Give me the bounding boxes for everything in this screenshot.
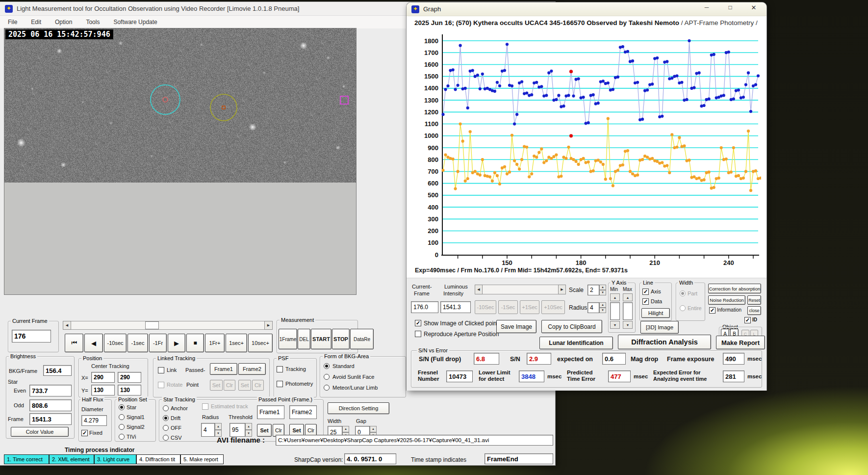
position-y-center[interactable]: 130 (91, 385, 115, 396)
passed-frame2-input[interactable]: Frame2 (289, 405, 317, 419)
passed-set1-button[interactable]: Set (257, 424, 272, 437)
timing-step-1[interactable]: 1. Time correct (4, 454, 49, 464)
frame-scrollbar-thumb[interactable] (145, 321, 159, 329)
threshold-up-icon[interactable]: ▲ (245, 423, 252, 430)
track-anchor-radio[interactable] (163, 405, 169, 411)
linked-set2-button[interactable]: Set (238, 380, 251, 391)
bkg-meteor-radio[interactable] (324, 385, 330, 391)
line-data-checkbox[interactable] (642, 298, 649, 305)
measure-stop-button[interactable]: STOP (332, 329, 350, 349)
menu-option[interactable]: Option (51, 17, 76, 27)
save-image-button[interactable]: Save Image (496, 320, 536, 333)
color-value-button[interactable]: Color Value (11, 427, 69, 437)
passed-frame1-input[interactable]: Frame1 (257, 405, 284, 419)
copy-clipboard-button[interactable]: Copy to ClipBoard (541, 320, 602, 333)
frame-scrollbar[interactable] (63, 321, 273, 330)
link-checkbox[interactable] (158, 367, 164, 373)
track-radius-spinner[interactable]: ▲ ▼ (215, 423, 222, 437)
ymin-up-button[interactable]: ▲ (610, 293, 620, 301)
width-up-icon[interactable]: ▲ (342, 426, 349, 432)
image-3d-button[interactable]: [3D] Image (640, 321, 679, 334)
posset-tivi-radio[interactable] (119, 434, 125, 440)
posset-signal2-radio[interactable] (119, 424, 125, 430)
ymax-up-button[interactable]: ▲ (623, 293, 633, 301)
minus-10sec-button[interactable]: -10sec (104, 334, 127, 352)
linked-frame2-button[interactable]: Frame2 (238, 363, 266, 375)
bkg-standard-radio[interactable] (324, 363, 330, 369)
menu-tools[interactable]: Tools (82, 17, 103, 27)
timing-step-4[interactable]: 4. Diffraction tit (136, 454, 180, 464)
menu-file[interactable]: File (4, 17, 21, 27)
graph-scrollbar-left[interactable]: ◀ (475, 285, 483, 294)
gc-current-frame-input[interactable]: 176.0 (411, 301, 438, 313)
graph-minimize-button[interactable]: ─ (699, 4, 715, 15)
lunar-identification-button[interactable]: Lunar Identification (539, 337, 613, 349)
graph-scrollbar[interactable] (475, 285, 566, 294)
direction-setting-button[interactable]: Direction Setting (328, 402, 389, 414)
video-frame-canvas[interactable] (4, 28, 356, 183)
video-display[interactable]: 2025 06 16 15:42:57:946 (4, 28, 357, 295)
gc-minus-10sec-button[interactable]: -10Sec (475, 300, 496, 314)
gc-radius-spinner[interactable]: ▲ ▼ (599, 302, 606, 313)
bkg-avoid-sunlit-radio[interactable] (324, 374, 330, 380)
position-y-tracking[interactable]: 130 (118, 385, 141, 396)
track-threshold-input[interactable]: 95 (230, 423, 245, 437)
position-x-tracking[interactable]: 290 (118, 372, 141, 383)
frame-scrollbar-right-arrow[interactable]: ▶ (264, 321, 273, 330)
measure-dataread-button[interactable]: DataRe (350, 329, 374, 349)
psf-tracking-checkbox[interactable] (277, 366, 283, 372)
stop-playback-button[interactable]: ■ (186, 334, 204, 352)
plus-1frame-button[interactable]: 1Fr+ (205, 334, 225, 352)
gradius-down-icon[interactable]: ▼ (599, 308, 606, 313)
linked-frame1-button[interactable]: Frame1 (210, 363, 237, 375)
menu-edit[interactable]: Edit (27, 17, 45, 27)
line-axis-checkbox[interactable] (642, 289, 649, 295)
timing-step-5[interactable]: 5. Make report (180, 454, 224, 464)
posset-signal1-radio[interactable] (119, 414, 125, 420)
frame-scrollbar-left-arrow[interactable]: ◀ (63, 321, 71, 330)
measure-del-button[interactable]: DEL (298, 329, 310, 349)
track-csv-radio[interactable] (163, 435, 169, 441)
show-image-checkbox[interactable] (415, 320, 421, 326)
plus-1sec-button[interactable]: 1sec+ (226, 334, 247, 352)
rotate-checkbox[interactable] (158, 382, 164, 388)
graph-close-button[interactable]: ✕ (746, 4, 762, 15)
position-x-center[interactable]: 290 (91, 372, 115, 383)
measure-1frame-button[interactable]: 1Frame (279, 329, 297, 349)
correction-absorption-button[interactable]: Correction for absorption (708, 284, 761, 293)
gc-scale-input[interactable]: 2 (587, 285, 599, 295)
graph-close-small-button[interactable]: close (747, 306, 761, 315)
half-flux-fixed-checkbox[interactable] (81, 430, 88, 436)
estimated-track-checkbox[interactable] (202, 403, 208, 410)
track-drift-radio[interactable] (163, 415, 169, 421)
gc-plus-10sec-button[interactable]: +10Sec (541, 300, 565, 314)
gc-scale-spinner[interactable]: ▲ ▼ (599, 285, 606, 295)
scale-up-icon[interactable]: ▲ (599, 285, 606, 290)
width-entire-radio[interactable] (680, 305, 686, 311)
information-checkbox[interactable] (709, 307, 715, 314)
minus-1sec-button[interactable]: -1sec (128, 334, 148, 352)
light-curve-chart[interactable]: 0100200300400500600700800900100011001200… (407, 29, 761, 267)
linked-clr2-button[interactable]: Clr (252, 380, 264, 391)
graph-maximize-button[interactable]: □ (722, 4, 738, 15)
reproduce-checkbox[interactable] (415, 331, 421, 337)
plus-10sec-button[interactable]: 10sec+ (248, 334, 273, 352)
track-off-radio[interactable] (163, 425, 169, 431)
diffraction-analysis-button[interactable]: Diffraction Analysis (618, 335, 711, 349)
menu-software-update[interactable]: Software Update (109, 17, 161, 27)
radius-up-icon[interactable]: ▲ (215, 423, 222, 430)
hilight-button[interactable]: Hilight (641, 308, 670, 318)
linked-clr1-button[interactable]: Clr (224, 380, 235, 391)
reset-button[interactable]: Reset (747, 295, 761, 305)
gc-plus-1sec-button[interactable]: +1Sec (520, 300, 539, 314)
gap-up-icon[interactable]: ▲ (370, 426, 377, 432)
make-report-button[interactable]: Make Report (716, 336, 765, 349)
ymin-down-button[interactable]: ▼ (610, 321, 620, 329)
psf-photometry-checkbox[interactable] (277, 381, 283, 387)
linked-set1-button[interactable]: Set (210, 380, 223, 391)
gc-radius-input[interactable]: 4 (587, 302, 599, 313)
current-frame-input[interactable]: 176 (12, 330, 51, 343)
timing-step-2[interactable]: 2. XML element (49, 454, 94, 464)
play-button[interactable]: ▶ (168, 334, 185, 352)
ymax-down-button[interactable]: ▼ (623, 321, 633, 329)
